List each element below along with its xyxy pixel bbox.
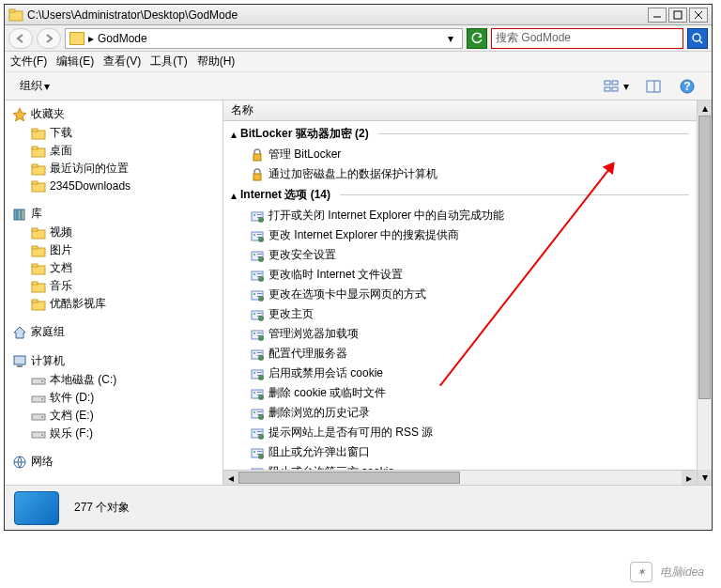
svg-text:?: ?: [683, 80, 690, 93]
folder-icon: [31, 426, 46, 441]
breadcrumb-sep: ▸: [88, 32, 94, 45]
list-item[interactable]: 阻止或允许弹出窗口: [229, 442, 691, 462]
svg-point-115: [258, 454, 264, 459]
svg-point-107: [253, 431, 255, 433]
svg-point-62: [253, 254, 255, 255]
menu-item[interactable]: 编辑(E): [56, 54, 94, 70]
list-item[interactable]: 更改 Internet Explorer 中的搜索提供商: [229, 225, 691, 245]
content-pane: 收藏夹下载桌面最近访问的位置2345Downloads库视频图片文档音乐优酷影视…: [5, 101, 712, 485]
sidebar-item[interactable]: 桌面: [5, 142, 222, 160]
sidebar-group-header[interactable]: 库: [5, 204, 222, 224]
maximize-button[interactable]: [668, 8, 687, 23]
svg-point-40: [41, 380, 43, 382]
sidebar-item[interactable]: 音乐: [5, 277, 222, 295]
sidebar-item[interactable]: 图片: [5, 241, 222, 259]
navigation-sidebar: 收藏夹下载桌面最近访问的位置2345Downloads库视频图片文档音乐优酷影视…: [5, 101, 223, 485]
list-item[interactable]: 通过加密磁盘上的数据保护计算机: [229, 164, 691, 184]
svg-rect-3: [674, 11, 682, 19]
folder-icon: [12, 455, 27, 470]
svg-rect-78: [257, 313, 262, 314]
column-header[interactable]: 名称: [223, 101, 697, 121]
svg-rect-108: [257, 431, 262, 432]
list-item[interactable]: 管理浏览器加载项: [229, 324, 691, 344]
sidebar-group-header[interactable]: 收藏夹: [5, 104, 222, 124]
minimize-button[interactable]: [648, 8, 667, 23]
forward-button[interactable]: [37, 28, 61, 49]
sidebar-item[interactable]: 2345Downloads: [5, 178, 222, 194]
sidebar-item[interactable]: 文档: [5, 259, 222, 277]
list-item[interactable]: 更改临时 Internet 文件设置: [229, 265, 691, 285]
vertical-scrollbar[interactable]: ▴ ▾: [697, 101, 712, 485]
svg-rect-32: [32, 264, 38, 267]
address-input[interactable]: ▸ GodMode ▾: [65, 28, 463, 49]
svg-rect-73: [257, 293, 262, 294]
category-header[interactable]: ▴ BitLocker 驱动器加密 (2): [229, 123, 691, 145]
list-item[interactable]: 更改安全设置: [229, 245, 691, 265]
folder-icon: [12, 107, 27, 122]
folder-icon: [69, 32, 84, 45]
item-icon: [250, 287, 265, 302]
folder-icon: [31, 144, 46, 159]
close-button[interactable]: [689, 8, 708, 23]
item-icon: [250, 406, 265, 421]
wechat-icon: ✶: [630, 562, 652, 582]
svg-rect-30: [32, 246, 38, 249]
list-item[interactable]: 启用或禁用会话 cookie: [229, 364, 691, 383]
sidebar-item[interactable]: 最近访问的位置: [5, 160, 222, 178]
sidebar-group-header[interactable]: 网络: [5, 452, 222, 472]
list-item[interactable]: 打开或关闭 Internet Explorer 中的自动完成功能: [229, 206, 691, 225]
back-button[interactable]: [8, 28, 33, 49]
svg-rect-21: [32, 164, 38, 167]
svg-point-82: [253, 333, 255, 334]
help-button[interactable]: ?: [670, 76, 704, 97]
sidebar-item[interactable]: 文档 (E:): [5, 407, 222, 425]
list-item[interactable]: 删除 cookie 或临时文件: [229, 383, 691, 403]
statusbar: 277 个对象: [5, 485, 712, 530]
item-icon: [250, 445, 265, 460]
horizontal-scrollbar[interactable]: ◂ ▸: [223, 470, 697, 485]
menu-item[interactable]: 帮助(H): [197, 54, 236, 70]
svg-point-67: [253, 273, 255, 275]
address-dropdown-icon[interactable]: ▾: [443, 32, 458, 45]
svg-rect-36: [32, 300, 38, 302]
menu-item[interactable]: 查看(V): [103, 54, 141, 70]
svg-point-44: [41, 416, 43, 418]
item-icon: [250, 366, 265, 381]
sidebar-item[interactable]: 软件 (D:): [5, 389, 222, 407]
list-item[interactable]: 管理 BitLocker: [229, 145, 691, 164]
list-item[interactable]: 更改主页: [229, 304, 691, 324]
sidebar-item[interactable]: 娱乐 (F:): [5, 425, 222, 442]
main-panel: 名称 ▴ BitLocker 驱动器加密 (2)管理 BitLocker通过加密…: [223, 101, 712, 485]
list-item[interactable]: 阻止或允许第三方 cookie: [229, 462, 691, 470]
folder-icon: [31, 126, 46, 141]
list-item[interactable]: 删除浏览的历史记录: [229, 403, 691, 423]
item-list: ▴ BitLocker 驱动器加密 (2)管理 BitLocker通过加密磁盘上…: [223, 121, 697, 470]
list-item[interactable]: 更改在选项卡中显示网页的方式: [229, 285, 691, 304]
view-mode-button[interactable]: ▾: [595, 76, 637, 97]
sidebar-item[interactable]: 优酷影视库: [5, 295, 222, 313]
item-icon: [250, 327, 265, 342]
category-header[interactable]: ▴ Internet 选项 (14): [229, 184, 691, 206]
organize-button[interactable]: 组织 ▾: [12, 75, 57, 97]
preview-pane-button[interactable]: [637, 76, 670, 97]
svg-rect-93: [257, 372, 262, 373]
menu-item[interactable]: 文件(F): [10, 54, 47, 70]
folder-icon: [12, 207, 27, 222]
folder-icon: [8, 8, 23, 23]
svg-rect-37: [14, 356, 25, 364]
search-button[interactable]: [687, 28, 708, 49]
breadcrumb-path: GodMode: [98, 32, 147, 45]
sidebar-item[interactable]: 本地磁盘 (C:): [5, 371, 222, 389]
sidebar-item[interactable]: 下载: [5, 124, 222, 142]
menu-item[interactable]: 工具(T): [150, 54, 187, 70]
sidebar-group-header[interactable]: 计算机: [5, 351, 222, 371]
folder-icon: [31, 243, 46, 258]
svg-rect-25: [18, 209, 21, 220]
svg-rect-8: [605, 81, 610, 85]
sidebar-group-header[interactable]: 家庭组: [5, 322, 222, 342]
list-item[interactable]: 配置代理服务器: [229, 344, 691, 364]
list-item[interactable]: 提示网站上是否有可用的 RSS 源: [229, 423, 691, 442]
sidebar-item[interactable]: 视频: [5, 224, 222, 241]
search-input[interactable]: 搜索 GodMode: [491, 28, 683, 49]
refresh-button[interactable]: [467, 28, 487, 49]
